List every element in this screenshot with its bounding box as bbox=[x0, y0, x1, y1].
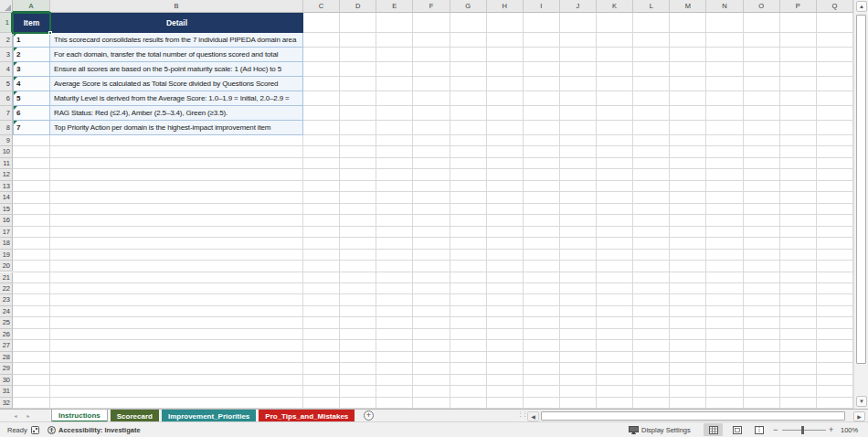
scroll-down-button[interactable]: ▼ bbox=[856, 396, 867, 407]
scroll-up-button[interactable]: ▲ bbox=[856, 1, 867, 12]
display-settings-button[interactable]: Display Settings bbox=[629, 422, 691, 437]
cell-A5[interactable]: 4 bbox=[13, 77, 50, 91]
cell-B7[interactable]: RAG Status: Red (≤2.4), Amber (2.5–3.4),… bbox=[50, 106, 303, 121]
cell-B2[interactable]: This scorecard consolidates results from… bbox=[50, 33, 303, 48]
row-header-8[interactable]: 8 bbox=[0, 121, 13, 135]
vertical-scrollbar[interactable]: ▲ ▼ bbox=[853, 0, 868, 409]
normal-view-button[interactable] bbox=[704, 423, 723, 436]
cell-B8[interactable]: Top Priority Action per domain is the hi… bbox=[50, 121, 303, 135]
cell-A7[interactable]: 6 bbox=[13, 106, 50, 121]
row-header-20[interactable]: 20 bbox=[0, 261, 13, 272]
scroll-right-button[interactable]: ▶ bbox=[853, 411, 865, 421]
row-header-2[interactable]: 2 bbox=[0, 33, 13, 48]
column-header-I[interactable]: I bbox=[524, 0, 560, 13]
zoom-slider-thumb[interactable] bbox=[801, 426, 804, 434]
error-flag-icon bbox=[14, 106, 17, 110]
sheet-tab-instructions[interactable]: Instructions bbox=[51, 410, 108, 422]
cell-A8[interactable]: 7 bbox=[13, 121, 50, 135]
column-header-F[interactable]: F bbox=[413, 0, 450, 13]
row-header-17[interactable]: 17 bbox=[0, 227, 13, 238]
cell-A6[interactable]: 5 bbox=[13, 91, 50, 106]
row-header-28[interactable]: 28 bbox=[0, 352, 13, 363]
sheet-tab-pro_tips_and_mistakes[interactable]: Pro_Tips_and_Mistakes bbox=[259, 410, 355, 422]
row-header-25[interactable]: 25 bbox=[0, 317, 13, 328]
column-header-L[interactable]: L bbox=[633, 0, 670, 13]
sheet-tab-scorecard[interactable]: Scorecard bbox=[111, 410, 159, 422]
row-header-5[interactable]: 5 bbox=[0, 77, 13, 91]
zoom-in-button[interactable]: + bbox=[829, 422, 833, 437]
prev-sheet-icon[interactable]: ◄ bbox=[9, 413, 22, 419]
macro-record-icon[interactable] bbox=[31, 422, 39, 437]
zoom-out-button[interactable]: − bbox=[773, 422, 778, 437]
display-settings-label: Display Settings bbox=[641, 426, 691, 434]
gridline-h bbox=[13, 385, 853, 386]
select-all-button[interactable] bbox=[0, 0, 13, 13]
cell-B5[interactable]: Average Score is calculated as Total Sco… bbox=[50, 77, 303, 91]
vertical-scrollbar-thumb[interactable] bbox=[856, 15, 866, 364]
row-header-3[interactable]: 3 bbox=[0, 48, 13, 62]
zoom-slider-track[interactable] bbox=[782, 430, 826, 431]
column-header-O[interactable]: O bbox=[744, 0, 780, 13]
column-header-Q[interactable]: Q bbox=[817, 0, 853, 13]
gridline-h bbox=[13, 397, 853, 398]
row-header-11[interactable]: 11 bbox=[0, 158, 13, 169]
cell-B3[interactable]: For each domain, transfer the total numb… bbox=[50, 48, 303, 62]
gridline-v bbox=[596, 13, 597, 409]
row-header-23[interactable]: 23 bbox=[0, 294, 13, 305]
row-header-32[interactable]: 32 bbox=[0, 398, 13, 409]
row-header-30[interactable]: 30 bbox=[0, 375, 13, 386]
cell-A3[interactable]: 2 bbox=[13, 48, 50, 62]
column-header-M[interactable]: M bbox=[670, 0, 706, 13]
column-header-C[interactable]: C bbox=[303, 0, 340, 13]
row-header-15[interactable]: 15 bbox=[0, 204, 13, 215]
column-header-N[interactable]: N bbox=[706, 0, 743, 13]
row-header-18[interactable]: 18 bbox=[0, 238, 13, 249]
row-header-10[interactable]: 10 bbox=[0, 146, 13, 157]
page-break-preview-button[interactable] bbox=[749, 423, 768, 436]
accessibility-status[interactable]: Accessibility: Investigate bbox=[48, 422, 141, 437]
column-header-B[interactable]: B bbox=[50, 0, 303, 13]
cell-A2[interactable]: 1 bbox=[13, 33, 50, 48]
sheet-tab-improvement_priorities[interactable]: Improvement_Priorities bbox=[162, 410, 256, 422]
row-header-21[interactable]: 21 bbox=[0, 272, 13, 283]
zoom-level[interactable]: 100% bbox=[841, 422, 858, 437]
column-header-A[interactable]: A bbox=[13, 0, 50, 13]
row-header-6[interactable]: 6 bbox=[0, 91, 13, 106]
row-header-1[interactable]: 1 bbox=[0, 13, 13, 33]
fill-handle[interactable] bbox=[48, 31, 52, 35]
row-header-24[interactable]: 24 bbox=[0, 306, 13, 317]
cell-B1[interactable]: Detail bbox=[50, 13, 303, 33]
error-flag-icon bbox=[14, 77, 17, 80]
page-layout-view-button[interactable] bbox=[727, 423, 746, 436]
accessibility-label: Accessibility: Investigate bbox=[58, 426, 141, 434]
cell-A4[interactable]: 3 bbox=[13, 62, 50, 77]
row-header-27[interactable]: 27 bbox=[0, 340, 13, 351]
row-header-7[interactable]: 7 bbox=[0, 106, 13, 121]
column-header-P[interactable]: P bbox=[780, 0, 817, 13]
cell-B4[interactable]: Ensure all scores are based on the 5-poi… bbox=[50, 62, 303, 77]
scroll-left-button[interactable]: ◀ bbox=[527, 411, 539, 421]
cell-B6[interactable]: Maturity Level is derived from the Avera… bbox=[50, 91, 303, 106]
new-sheet-button[interactable]: + bbox=[364, 410, 374, 421]
next-sheet-icon[interactable]: ► bbox=[22, 413, 35, 419]
column-header-D[interactable]: D bbox=[340, 0, 376, 13]
row-header-26[interactable]: 26 bbox=[0, 329, 13, 340]
row-header-9[interactable]: 9 bbox=[0, 135, 13, 146]
row-header-12[interactable]: 12 bbox=[0, 169, 13, 180]
row-header-4[interactable]: 4 bbox=[0, 62, 13, 77]
tab-scrollbar-splitter[interactable]: ⋮⋮ bbox=[517, 411, 526, 416]
row-header-14[interactable]: 14 bbox=[0, 192, 13, 203]
row-header-29[interactable]: 29 bbox=[0, 363, 13, 374]
column-header-K[interactable]: K bbox=[597, 0, 633, 13]
column-header-H[interactable]: H bbox=[487, 0, 524, 13]
column-header-J[interactable]: J bbox=[560, 0, 597, 13]
column-header-E[interactable]: E bbox=[376, 0, 413, 13]
row-header-19[interactable]: 19 bbox=[0, 250, 13, 261]
row-header-31[interactable]: 31 bbox=[0, 386, 13, 397]
row-header-22[interactable]: 22 bbox=[0, 283, 13, 294]
row-header-13[interactable]: 13 bbox=[0, 181, 13, 192]
row-header-16[interactable]: 16 bbox=[0, 215, 13, 226]
horizontal-scrollbar-thumb[interactable] bbox=[541, 411, 845, 421]
gridline-v bbox=[559, 13, 560, 409]
column-header-G[interactable]: G bbox=[450, 0, 487, 13]
